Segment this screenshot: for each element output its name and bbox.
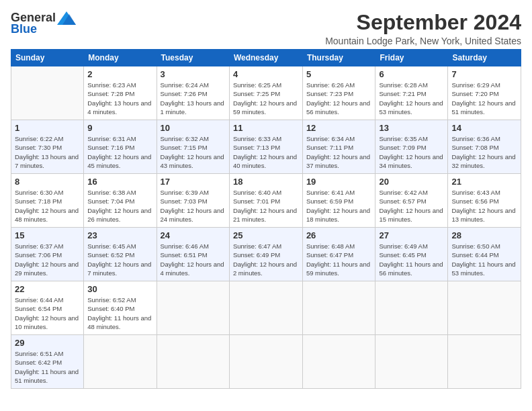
- sunrise-text: Sunrise: 6:35 AM: [379, 134, 444, 143]
- sunset-text: Sunset: 7:04 PM: [87, 197, 152, 205]
- page-header: General Blue September 2024 Mountain Lod…: [11, 11, 521, 46]
- daylight-text: Daylight: 12 hours and 2 minutes.: [233, 260, 299, 278]
- day-info: Sunrise: 6:36 AMSunset: 7:08 PMDaylight:…: [451, 134, 517, 170]
- calendar-cell: [229, 335, 302, 389]
- logo: General Blue: [11, 11, 76, 36]
- sunrise-text: Sunrise: 6:28 AM: [379, 81, 444, 89]
- day-number: 26: [306, 230, 372, 240]
- sunrise-text: Sunrise: 6:37 AM: [15, 242, 80, 250]
- sunset-text: Sunset: 7:03 PM: [161, 197, 226, 205]
- sunset-text: Sunset: 6:51 PM: [161, 250, 226, 259]
- day-info: Sunrise: 6:43 AMSunset: 6:56 PMDaylight:…: [451, 188, 517, 224]
- day-info: Sunrise: 6:30 AMSunset: 7:18 PMDaylight:…: [15, 188, 80, 224]
- day-number: 19: [306, 177, 372, 187]
- day-number: 27: [379, 230, 444, 240]
- day-number: 24: [161, 230, 226, 240]
- daylight-text: Daylight: 12 hours and 18 minutes.: [306, 206, 372, 224]
- day-info: Sunrise: 6:49 AMSunset: 6:45 PMDaylight:…: [379, 242, 444, 277]
- calendar-cell: 11Sunrise: 6:33 AMSunset: 7:13 PMDayligh…: [229, 120, 302, 174]
- sunset-text: Sunset: 7:30 PM: [15, 143, 80, 152]
- day-number: 18: [233, 177, 299, 187]
- calendar-cell: 7Sunrise: 6:29 AMSunset: 7:20 PMDaylight…: [448, 66, 521, 120]
- day-number: 4: [233, 69, 299, 79]
- day-number: 9: [87, 123, 152, 133]
- calendar-cell: 29Sunrise: 6:51 AMSunset: 6:42 PMDayligh…: [11, 335, 84, 389]
- day-info: Sunrise: 6:28 AMSunset: 7:21 PMDaylight:…: [379, 81, 444, 116]
- logo-icon: [57, 11, 76, 25]
- daylight-text: Daylight: 12 hours and 59 minutes.: [233, 99, 299, 117]
- day-number: 28: [451, 230, 517, 240]
- sunset-text: Sunset: 6:56 PM: [451, 197, 517, 205]
- day-info: Sunrise: 6:22 AMSunset: 7:30 PMDaylight:…: [15, 134, 80, 170]
- day-number: 21: [451, 177, 517, 187]
- calendar-table: Sunday Monday Tuesday Wednesday Thursday…: [11, 49, 521, 389]
- calendar-cell: 20Sunrise: 6:42 AMSunset: 6:57 PMDayligh…: [375, 174, 448, 228]
- col-thursday: Thursday: [302, 50, 375, 66]
- calendar-cell: 2Sunrise: 6:23 AMSunset: 7:28 PMDaylight…: [84, 66, 157, 120]
- col-monday: Monday: [84, 50, 157, 66]
- calendar-cell: 23Sunrise: 6:45 AMSunset: 6:52 PMDayligh…: [84, 228, 157, 281]
- sunrise-text: Sunrise: 6:47 AM: [233, 242, 299, 250]
- calendar-cell: 1Sunrise: 6:22 AMSunset: 7:30 PMDaylight…: [11, 120, 84, 174]
- sunset-text: Sunset: 7:11 PM: [306, 143, 372, 152]
- calendar-cell: 28Sunrise: 6:50 AMSunset: 6:44 PMDayligh…: [448, 228, 521, 281]
- daylight-text: Daylight: 12 hours and 53 minutes.: [379, 99, 444, 117]
- daylight-text: Daylight: 12 hours and 21 minutes.: [233, 206, 299, 224]
- day-info: Sunrise: 6:32 AMSunset: 7:15 PMDaylight:…: [161, 134, 226, 170]
- daylight-text: Daylight: 12 hours and 26 minutes.: [87, 206, 152, 224]
- day-info: Sunrise: 6:23 AMSunset: 7:28 PMDaylight:…: [87, 81, 152, 116]
- daylight-text: Daylight: 13 hours and 4 minutes.: [87, 99, 152, 117]
- day-info: Sunrise: 6:50 AMSunset: 6:44 PMDaylight:…: [451, 242, 517, 277]
- day-info: Sunrise: 6:42 AMSunset: 6:57 PMDaylight:…: [379, 188, 444, 224]
- day-info: Sunrise: 6:37 AMSunset: 7:06 PMDaylight:…: [15, 242, 80, 277]
- daylight-text: Daylight: 12 hours and 13 minutes.: [451, 206, 517, 224]
- calendar-cell: 25Sunrise: 6:47 AMSunset: 6:49 PMDayligh…: [229, 228, 302, 281]
- daylight-text: Daylight: 11 hours and 56 minutes.: [379, 260, 444, 278]
- sunset-text: Sunset: 7:13 PM: [233, 143, 299, 152]
- daylight-text: Daylight: 12 hours and 4 minutes.: [161, 260, 226, 278]
- sunrise-text: Sunrise: 6:49 AM: [379, 242, 444, 250]
- col-saturday: Saturday: [448, 50, 521, 66]
- day-number: 17: [161, 177, 226, 187]
- sunrise-text: Sunrise: 6:39 AM: [161, 188, 226, 197]
- day-info: Sunrise: 6:39 AMSunset: 7:03 PMDaylight:…: [161, 188, 226, 224]
- daylight-text: Daylight: 11 hours and 59 minutes.: [306, 260, 372, 278]
- daylight-text: Daylight: 12 hours and 7 minutes.: [87, 260, 152, 278]
- daylight-text: Daylight: 12 hours and 48 minutes.: [15, 206, 80, 224]
- daylight-text: Daylight: 11 hours and 48 minutes.: [87, 314, 152, 332]
- daylight-text: Daylight: 12 hours and 15 minutes.: [379, 206, 444, 224]
- calendar-cell: 17Sunrise: 6:39 AMSunset: 7:03 PMDayligh…: [157, 174, 229, 228]
- sunset-text: Sunset: 7:20 PM: [451, 89, 517, 98]
- daylight-text: Daylight: 12 hours and 51 minutes.: [451, 99, 517, 117]
- sunset-text: Sunset: 7:06 PM: [15, 250, 80, 259]
- calendar-row: 29Sunrise: 6:51 AMSunset: 6:42 PMDayligh…: [11, 335, 521, 389]
- daylight-text: Daylight: 12 hours and 29 minutes.: [15, 260, 80, 278]
- sunset-text: Sunset: 7:08 PM: [451, 143, 517, 152]
- day-info: Sunrise: 6:26 AMSunset: 7:23 PMDaylight:…: [306, 81, 372, 116]
- calendar-cell: [157, 281, 229, 335]
- sunset-text: Sunset: 7:18 PM: [15, 197, 80, 205]
- calendar-cell: [375, 335, 448, 389]
- sunset-text: Sunset: 6:52 PM: [87, 250, 152, 259]
- sunset-text: Sunset: 7:21 PM: [379, 89, 444, 98]
- calendar-cell: 12Sunrise: 6:34 AMSunset: 7:11 PMDayligh…: [302, 120, 375, 174]
- sunset-text: Sunset: 6:54 PM: [15, 304, 80, 313]
- daylight-text: Daylight: 12 hours and 56 minutes.: [306, 99, 372, 117]
- sunset-text: Sunset: 6:45 PM: [379, 250, 444, 259]
- sunrise-text: Sunrise: 6:41 AM: [306, 188, 372, 197]
- calendar-cell: [84, 335, 157, 389]
- daylight-text: Daylight: 12 hours and 10 minutes.: [15, 314, 80, 332]
- day-info: Sunrise: 6:33 AMSunset: 7:13 PMDaylight:…: [233, 134, 299, 170]
- calendar-cell: 4Sunrise: 6:25 AMSunset: 7:25 PMDaylight…: [229, 66, 302, 120]
- sunrise-text: Sunrise: 6:24 AM: [161, 81, 226, 89]
- day-info: Sunrise: 6:47 AMSunset: 6:49 PMDaylight:…: [233, 242, 299, 277]
- logo-blue-text: Blue: [11, 22, 37, 36]
- month-title: September 2024: [76, 11, 521, 34]
- day-info: Sunrise: 6:35 AMSunset: 7:09 PMDaylight:…: [379, 134, 444, 170]
- calendar-cell: [157, 335, 229, 389]
- day-info: Sunrise: 6:34 AMSunset: 7:11 PMDaylight:…: [306, 134, 372, 170]
- sunrise-text: Sunrise: 6:50 AM: [451, 242, 517, 250]
- sunset-text: Sunset: 7:26 PM: [161, 89, 226, 98]
- sunrise-text: Sunrise: 6:23 AM: [87, 81, 152, 89]
- sunset-text: Sunset: 7:25 PM: [233, 89, 299, 98]
